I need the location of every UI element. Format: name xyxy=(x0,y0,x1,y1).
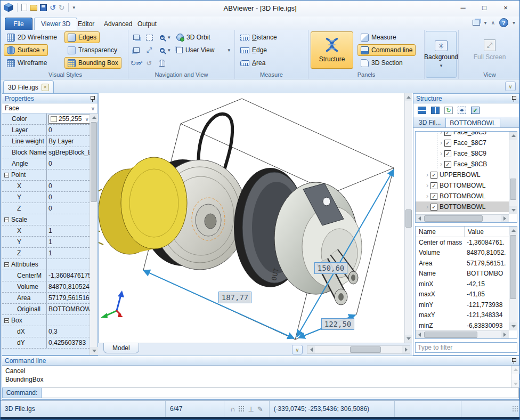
resize-grip[interactable] xyxy=(512,406,518,412)
user-view-dropdown-icon[interactable]: ▾ xyxy=(228,47,230,53)
tree-checkbox[interactable]: ✓ xyxy=(444,132,451,136)
split-vertical-icon[interactable] xyxy=(431,107,440,114)
entity-type-selector[interactable]: Face ∨ xyxy=(2,103,98,114)
scrollbar-thumb[interactable] xyxy=(510,235,516,299)
hidden-tabs-icon[interactable]: ∨ xyxy=(505,82,516,91)
tree-expand-icon[interactable]: › xyxy=(440,160,442,168)
tree-item[interactable]: ›✓Face_$8C7 xyxy=(416,138,509,148)
wireframe-button[interactable]: Wireframe xyxy=(4,57,50,69)
property-row[interactable]: Area57179,5615163 xyxy=(2,293,90,304)
surface-dropdown-icon[interactable]: ▾ xyxy=(42,47,45,53)
tab-editor[interactable]: Editor xyxy=(71,18,101,30)
tree-item[interactable]: ›✓Face_$8C9 xyxy=(416,148,509,159)
tree-checkbox[interactable]: ✓ xyxy=(444,140,451,147)
attribute-row[interactable]: minX-42,15 xyxy=(416,279,509,289)
tree-expand-icon[interactable]: › xyxy=(440,139,442,147)
background-dropdown-icon[interactable]: ▾ xyxy=(440,63,443,68)
collapse-icon[interactable] xyxy=(4,262,9,267)
property-row[interactable]: Y0 xyxy=(2,192,90,203)
copy-view-icon[interactable] xyxy=(131,31,142,43)
document-tab[interactable]: 3D File.igs × xyxy=(3,80,54,93)
collapse-icon[interactable] xyxy=(4,318,9,323)
property-row[interactable]: Block NamesgBrepBlock_BO xyxy=(2,147,90,158)
refresh-icon[interactable]: ↻ xyxy=(444,107,453,114)
viewport-hscrollbar[interactable] xyxy=(307,345,410,354)
property-row[interactable]: Z0 xyxy=(2,203,90,214)
model-tab[interactable]: Model xyxy=(103,343,139,353)
pan-hand-icon[interactable] xyxy=(156,57,168,69)
name-column-header[interactable]: Name xyxy=(416,227,465,237)
property-row[interactable]: Scale xyxy=(2,214,90,225)
tree-expand-icon[interactable]: › xyxy=(440,132,442,136)
property-row[interactable]: Attributes xyxy=(2,259,90,270)
minimize-button[interactable]: ─ xyxy=(452,1,474,14)
tree-hscrollbar[interactable] xyxy=(416,214,509,222)
tree-checkbox[interactable]: ✓ xyxy=(430,182,437,189)
property-row[interactable]: dX0,3 xyxy=(2,326,90,337)
attribute-row[interactable]: maxX-41,85 xyxy=(416,289,509,300)
property-row[interactable]: Y1 xyxy=(2,237,90,248)
3d-orbit-button[interactable]: 3D Orbit xyxy=(173,31,214,43)
property-row[interactable]: X0 xyxy=(2,181,90,192)
scrollbar-thumb[interactable] xyxy=(424,332,477,338)
zoom-out-icon[interactable]: − xyxy=(156,44,168,56)
collapse-ribbon-icon[interactable]: ∧ xyxy=(491,20,495,26)
attribute-row[interactable]: Center of mass-1,36084761. xyxy=(416,237,509,248)
previous-view-icon[interactable]: ↺ xyxy=(143,57,155,69)
draw-mode-icon[interactable]: ✎ xyxy=(257,405,263,413)
attribute-row[interactable]: NameBOTTOMBO xyxy=(416,269,509,279)
tree-item[interactable]: ›✓BOTTOMBOWL xyxy=(416,180,509,191)
property-row[interactable]: Box xyxy=(2,315,90,326)
property-row[interactable]: Line weightBy Layer xyxy=(2,136,90,147)
attribute-row[interactable]: minY-121,773938 xyxy=(416,300,509,310)
attributes-vscrollbar[interactable] xyxy=(509,227,517,330)
property-row[interactable]: dY0,425603783 xyxy=(2,337,90,349)
distance-button[interactable]: Distance xyxy=(237,31,280,43)
zoom-extents-icon[interactable]: ⤢ xyxy=(143,44,155,56)
structure-tab-bottombowl[interactable]: BOTTOMBOWL xyxy=(445,118,500,127)
structure-tab-file[interactable]: 3D Fil... xyxy=(415,118,444,127)
user-view-button[interactable]: User View xyxy=(173,44,217,56)
structure-panel-button[interactable]: Structure xyxy=(311,31,353,69)
command-line-panel-button[interactable]: Command line xyxy=(358,44,416,56)
zoom-in-icon[interactable]: + xyxy=(156,31,168,43)
pin-icon[interactable] xyxy=(90,95,95,102)
tree-expand-icon[interactable]: › xyxy=(426,182,428,189)
window-style-icon[interactable] xyxy=(473,20,480,26)
property-row[interactable]: Z1 xyxy=(2,248,90,259)
measure-panel-button[interactable]: Measure xyxy=(358,31,400,43)
tree-checkbox[interactable]: ✓ xyxy=(444,161,451,168)
help-icon[interactable]: ? xyxy=(499,18,508,27)
scrollbar-thumb[interactable] xyxy=(510,179,516,200)
property-row[interactable]: OriginallBOTTOMBOWL xyxy=(2,304,90,315)
property-row[interactable]: Layer0 xyxy=(2,125,90,136)
bounding-box-button[interactable]: Bounding Box xyxy=(64,57,121,69)
edge-button[interactable]: Edge xyxy=(237,44,270,56)
pin-icon[interactable] xyxy=(511,95,516,102)
apply-selection-icon[interactable]: ✓ xyxy=(471,107,480,114)
tree-item[interactable]: ›✓BOTTOMBOWL xyxy=(416,191,509,201)
close-button[interactable]: × xyxy=(495,1,516,14)
zoom-in-dropdown-icon[interactable]: ▾ xyxy=(168,35,170,40)
viewport-3d-model[interactable]: OUT xyxy=(99,93,404,343)
zoom-out-dropdown-icon[interactable]: ▾ xyxy=(168,47,170,53)
transparency-button[interactable]: Transparency xyxy=(64,44,120,56)
collapse-icon[interactable] xyxy=(4,173,9,177)
show-selected-icon[interactable] xyxy=(458,107,466,114)
grid-toggle-icon[interactable] xyxy=(238,406,245,412)
ortho-toggle-icon[interactable]: ⊥ xyxy=(248,405,254,413)
tree-expand-icon[interactable]: › xyxy=(440,150,442,157)
combo-arrow-icon[interactable]: ∨ xyxy=(85,116,88,122)
scrollbar-thumb[interactable] xyxy=(424,215,483,222)
tab-output[interactable]: Output xyxy=(131,18,163,30)
collapse-icon[interactable] xyxy=(4,217,9,222)
surface-button[interactable]: Surface ▾ xyxy=(4,44,48,56)
cascade-view-icon[interactable] xyxy=(131,44,142,56)
tab-file[interactable]: File xyxy=(5,18,32,30)
attribute-row[interactable]: maxY-121,348334 xyxy=(416,310,509,321)
window-style-dropdown-icon[interactable]: ▾ xyxy=(484,20,487,26)
viewport-vscrollbar[interactable] xyxy=(404,93,412,343)
tree-item[interactable]: ›✓UPPERBOWL xyxy=(416,169,509,180)
background-button[interactable]: ✳ Background ▾ xyxy=(426,31,457,78)
tree-item[interactable]: ›✓Face_$8C5 xyxy=(416,132,509,138)
